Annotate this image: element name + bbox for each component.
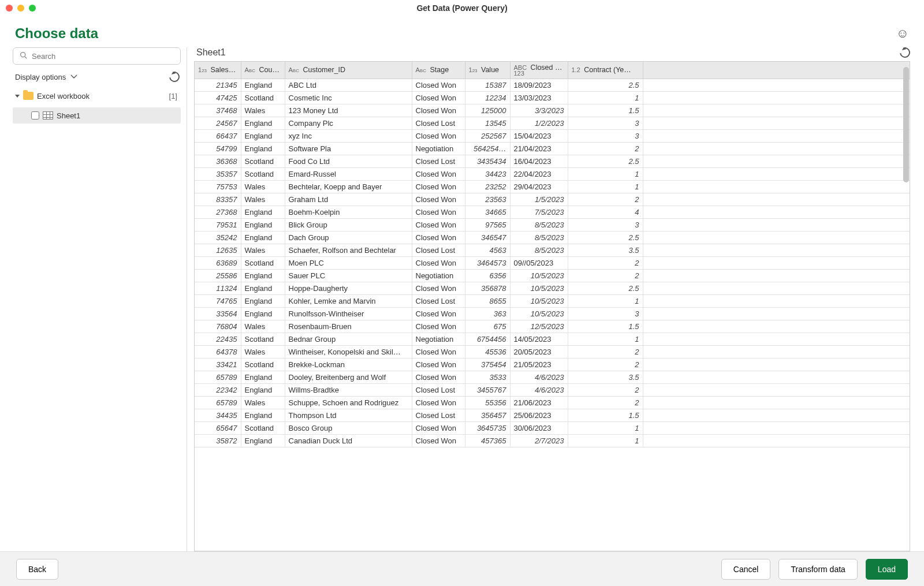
- table-cell: Bosco Group: [285, 421, 412, 434]
- expand-collapse-icon[interactable]: [15, 95, 20, 98]
- table-cell: 35242: [195, 231, 241, 244]
- table-cell: Closed Won: [412, 282, 465, 294]
- table-cell-filler: [643, 282, 910, 294]
- table-cell: Graham Ltd: [285, 193, 412, 206]
- table-row[interactable]: 65647ScotlandBosco GroupClosed Won364573…: [195, 421, 910, 434]
- table-cell: Cosmetic Inc: [285, 91, 412, 104]
- table-row[interactable]: 34435EnglandThompson LtdClosed Lost35645…: [195, 409, 910, 421]
- display-options-toggle[interactable]: Display options: [15, 73, 77, 81]
- table-row[interactable]: 33564EnglandRunolfsson-WintheiserClosed …: [195, 307, 910, 320]
- table-row[interactable]: 66437Englandxyz IncClosed Won25256715/04…: [195, 129, 910, 142]
- table-cell-filler: [643, 358, 910, 371]
- table-row[interactable]: 22435ScotlandBednar GroupNegotiation6754…: [195, 333, 910, 345]
- table-cell-filler: [643, 421, 910, 434]
- table-row[interactable]: 64378WalesWintheiser, Konopelski and Ski…: [195, 345, 910, 358]
- table-row[interactable]: 35242EnglandDach GroupClosed Won3465478/…: [195, 231, 910, 244]
- column-header[interactable]: 123 Value: [465, 62, 510, 79]
- table-row[interactable]: 11324EnglandHoppe-DaughertyClosed Won356…: [195, 282, 910, 294]
- table-cell: 15/04/2023: [510, 129, 568, 142]
- table-row[interactable]: 83357WalesGraham LtdClosed Won235631/5/2…: [195, 193, 910, 206]
- column-header[interactable]: ABC Coun…: [241, 62, 285, 79]
- preview-pane: Sheet1 123 Sales…ABC Coun…ABC Customer_I…: [187, 47, 924, 551]
- folder-icon: [23, 92, 33, 100]
- table-cell: England: [241, 383, 285, 396]
- table-cell: 1.5: [568, 409, 643, 421]
- table-row[interactable]: 74765EnglandKohler, Lemke and MarvinClos…: [195, 294, 910, 307]
- table-cell: Closed Lost: [412, 294, 465, 307]
- table-cell: Closed Won: [412, 307, 465, 320]
- minimize-window-button[interactable]: [17, 5, 24, 12]
- table-cell: 74765: [195, 294, 241, 307]
- table-cell: 20/05/2023: [510, 345, 568, 358]
- table-row[interactable]: 12635WalesSchaefer, Rolfson and Bechtela…: [195, 244, 910, 256]
- table-cell: Closed Lost: [412, 409, 465, 421]
- table-cell: 45536: [465, 345, 510, 358]
- refresh-preview-icon[interactable]: [897, 47, 912, 60]
- table-row[interactable]: 35872EnglandCanadian Duck LtdClosed Won4…: [195, 434, 910, 447]
- table-cell-filler: [643, 142, 910, 155]
- table-cell: 34435: [195, 409, 241, 421]
- table-cell-filler: [643, 320, 910, 333]
- table-cell: Wales: [241, 193, 285, 206]
- column-header[interactable]: ABC Customer_ID: [285, 62, 412, 79]
- table-cell: 14/05/2023: [510, 333, 568, 345]
- table-cell: England: [241, 307, 285, 320]
- table-cell: Wintheiser, Konopelski and Skil…: [285, 345, 412, 358]
- table-cell: England: [241, 231, 285, 244]
- table-row[interactable]: 37468Wales123 Money LtdClosed Won1250003…: [195, 104, 910, 117]
- column-header[interactable]: ABC123 Closed D…: [510, 62, 568, 79]
- transform-data-button[interactable]: Transform data: [778, 559, 857, 580]
- maximize-window-button[interactable]: [29, 5, 36, 12]
- column-header[interactable]: 1.2 Contract (Ye…: [568, 62, 643, 79]
- feedback-smiley-icon[interactable]: ☺: [896, 26, 909, 41]
- table-cell: Scotland: [241, 358, 285, 371]
- table-row[interactable]: 54799EnglandSoftware PlaNegotiation56425…: [195, 142, 910, 155]
- table-cell: 21/05/2023: [510, 358, 568, 371]
- table-cell: 23252: [465, 180, 510, 193]
- table-row[interactable]: 21345EnglandABC LtdClosed Won1538718/09/…: [195, 79, 910, 91]
- table-cell: Closed Won: [412, 421, 465, 434]
- table-cell: Closed Won: [412, 434, 465, 447]
- column-header[interactable]: 123 Sales…: [195, 62, 241, 79]
- table-row[interactable]: 22342EnglandWillms-BradtkeClosed Lost345…: [195, 383, 910, 396]
- table-cell: Negotiation: [412, 333, 465, 345]
- table-row[interactable]: 79531EnglandBlick GroupClosed Won975658/…: [195, 218, 910, 231]
- table-row[interactable]: 63689ScotlandMoen PLCClosed Won346457309…: [195, 256, 910, 269]
- table-cell: Moen PLC: [285, 256, 412, 269]
- table-cell: England: [241, 142, 285, 155]
- table-cell: Closed Won: [412, 206, 465, 218]
- table-cell: 11324: [195, 282, 241, 294]
- table-cell-filler: [643, 294, 910, 307]
- table-cell: Closed Won: [412, 345, 465, 358]
- vertical-scrollbar[interactable]: [903, 67, 909, 182]
- search-input[interactable]: [13, 47, 181, 65]
- table-row[interactable]: 24567EnglandCompany PlcClosed Lost135451…: [195, 117, 910, 129]
- tree-item-sheet1[interactable]: Sheet1: [13, 107, 181, 124]
- table-row[interactable]: 65789EnglandDooley, Breitenberg and Wolf…: [195, 371, 910, 383]
- table-row[interactable]: 25586EnglandSauer PLCNegotiation635610/5…: [195, 269, 910, 282]
- close-window-button[interactable]: [6, 5, 13, 12]
- table-cell: 3533: [465, 371, 510, 383]
- table-row[interactable]: 36368ScotlandFood Co LtdClosed Lost34354…: [195, 155, 910, 167]
- table-cell: 2: [568, 396, 643, 409]
- table-row[interactable]: 47425ScotlandCosmetic IncClosed Won12234…: [195, 91, 910, 104]
- load-button[interactable]: Load: [866, 559, 908, 580]
- table-cell: Closed Won: [412, 231, 465, 244]
- column-header[interactable]: ABC Stage: [412, 62, 465, 79]
- table-row[interactable]: 35357ScotlandEmard-RusselClosed Won34423…: [195, 167, 910, 180]
- table-cell: 27368: [195, 206, 241, 218]
- table-cell: 1: [568, 421, 643, 434]
- refresh-navigator-icon[interactable]: [167, 69, 181, 84]
- table-row[interactable]: 76804WalesRosenbaum-BruenClosed Won67512…: [195, 320, 910, 333]
- tree-item-workbook[interactable]: Excel workbook [1]: [13, 88, 181, 104]
- table-cell: Wales: [241, 345, 285, 358]
- cancel-button[interactable]: Cancel: [721, 559, 771, 580]
- table-row[interactable]: 75753WalesBechtelar, Koepp and BayerClos…: [195, 180, 910, 193]
- table-row[interactable]: 27368EnglandBoehm-KoelpinClosed Won34665…: [195, 206, 910, 218]
- table-row[interactable]: 65789WalesSchuppe, Schoen and RodriguezC…: [195, 396, 910, 409]
- sheet1-checkbox[interactable]: [31, 111, 39, 120]
- back-button[interactable]: Back: [16, 559, 58, 580]
- table-cell: 09//05/2023: [510, 256, 568, 269]
- table-cell: 65789: [195, 371, 241, 383]
- table-row[interactable]: 33421ScotlandBrekke-LockmanClosed Won375…: [195, 358, 910, 371]
